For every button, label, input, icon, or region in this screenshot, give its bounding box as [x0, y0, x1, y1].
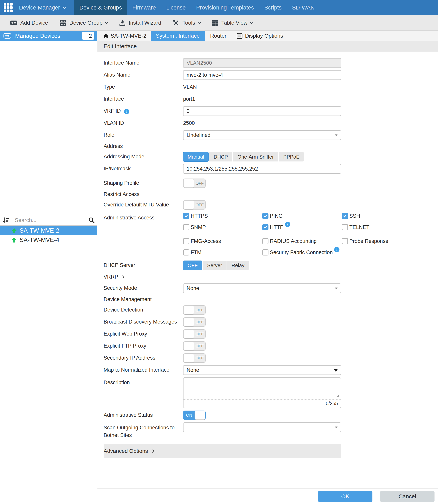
nav-tab-sdwan[interactable]: SD-WAN [287, 0, 320, 15]
checkbox-ping[interactable]: PING [262, 213, 342, 219]
fortimanager-app: Device Manager Device & Groups Firmware … [0, 0, 438, 504]
addressing-mode-dhcp[interactable]: DHCP [209, 152, 232, 161]
shaping-profile-toggle[interactable]: OFF [183, 179, 206, 188]
managed-devices-label: Managed Devices [15, 33, 60, 39]
checkbox-fmg-access[interactable]: FMG-Access [183, 238, 262, 244]
dhcp-server-relay[interactable]: Relay [227, 261, 249, 270]
nav-tab-provisioning-templates[interactable]: Provisioning Templates [191, 0, 259, 15]
device-row-sa-tw-mve-2[interactable]: SA-TW-MVE-2 [0, 226, 97, 235]
alias-name-field[interactable] [183, 70, 341, 80]
nav-tab-firmware[interactable]: Firmware [127, 0, 161, 15]
device-row-sa-tw-mve-4[interactable]: SA-TW-MVE-4 [0, 235, 97, 245]
display-options-button[interactable]: Display Options [232, 31, 288, 41]
device-sidebar: Managed Devices 2 [0, 31, 97, 504]
info-icon[interactable]: i [334, 247, 339, 252]
description-field[interactable] [184, 378, 341, 399]
override-mtu-toggle[interactable]: OFF [183, 200, 206, 210]
addressing-mode-one-arm-sniffer[interactable]: One-Arm Sniffer [233, 152, 278, 161]
install-wizard-button[interactable]: Install Wizard [119, 20, 161, 26]
nav-tab-device-groups[interactable]: Device & Groups [74, 0, 127, 15]
nav-tab-license[interactable]: License [161, 0, 191, 15]
device-name: SA-TW-MVE-2 [20, 227, 59, 234]
security-mode-select[interactable] [183, 283, 341, 293]
checkbox-probe-response[interactable]: Probe Response [342, 238, 431, 244]
admin-access-grid: HTTPS PING SSH [183, 213, 431, 256]
ok-button[interactable]: OK [318, 491, 372, 502]
checkbox-security-fabric-connection[interactable]: Security Fabric Connection i [262, 249, 342, 256]
type-value: VLAN [183, 84, 341, 90]
tools-menu[interactable]: Tools [173, 19, 200, 26]
vlan-id-label: VLAN ID [104, 119, 183, 127]
tab-router[interactable]: Router [205, 31, 232, 41]
table-view-icon [212, 20, 219, 26]
checkbox-http[interactable]: HTTP i [262, 224, 342, 230]
edit-interface-form: Interface Name Alias Name Type VLAN Inte… [97, 52, 438, 458]
advanced-options-expander[interactable]: Advanced Options [104, 444, 341, 458]
dhcp-server-off[interactable]: OFF [183, 261, 202, 270]
vrrp-label: VRRP [104, 274, 118, 280]
device-count-badge: 2 [82, 32, 94, 40]
admin-access-label: Administrative Access [104, 213, 183, 222]
ip-netmask-field[interactable] [183, 164, 341, 174]
secondary-ip-toggle[interactable]: OFF [183, 353, 206, 363]
form-footer: OK Cancel [97, 489, 438, 504]
table-view-menu[interactable]: Table View [212, 20, 253, 26]
home-icon [103, 33, 109, 39]
vrf-id-field[interactable] [183, 106, 341, 116]
addressing-mode-pppoe[interactable]: PPPoE [279, 152, 304, 161]
checkbox-ssh[interactable]: SSH [342, 213, 431, 219]
addressing-mode-manual[interactable]: Manual [183, 152, 208, 161]
info-icon[interactable]: i [124, 109, 129, 114]
resize-handle[interactable] [336, 392, 339, 398]
device-group-menu[interactable]: Device Group [59, 20, 108, 26]
managed-devices-header[interactable]: Managed Devices 2 [0, 31, 97, 41]
cancel-button[interactable]: Cancel [380, 491, 435, 502]
info-icon[interactable]: i [285, 222, 290, 227]
explicit-web-proxy-label: Explicit Web Proxy [104, 330, 183, 338]
security-mode-label: Security Mode [104, 284, 183, 292]
checkbox-ftm[interactable]: FTM [183, 249, 262, 256]
device-detection-toggle[interactable]: OFF [183, 305, 206, 315]
chevron-down-icon [197, 20, 201, 24]
device-group-icon [59, 20, 66, 26]
managed-devices-icon [3, 33, 11, 39]
nav-tab-scripts[interactable]: Scripts [259, 0, 287, 15]
interface-name-label: Interface Name [104, 59, 183, 67]
sort-icon [2, 217, 9, 223]
breadcrumb-device[interactable]: SA-TW-MVE-2 [97, 31, 151, 41]
top-navigation: Device Manager Device & Groups Firmware … [0, 0, 438, 15]
checkbox-radius-accounting[interactable]: RADIUS Accounting [262, 238, 342, 244]
device-manager-label: Device Manager [19, 4, 60, 11]
search-input[interactable] [12, 217, 88, 223]
broadcast-discovery-toggle[interactable]: OFF [183, 317, 206, 327]
device-manager-menu[interactable]: Device Manager [13, 0, 74, 15]
chevron-down-icon [250, 20, 253, 24]
vrrp-expander[interactable]: VRRP [104, 273, 438, 281]
device-badge-icon [10, 20, 17, 26]
restrict-access-section-label: Restrict Access [104, 190, 438, 198]
dhcp-server-label: DHCP Server [104, 261, 183, 269]
search-icon[interactable] [88, 217, 97, 223]
interface-name-field[interactable] [183, 58, 341, 68]
checkbox-https[interactable]: HTTPS [183, 213, 262, 219]
checkbox-snmp[interactable]: SNMP [183, 224, 262, 230]
chevron-down-icon [335, 288, 338, 289]
interface-label: Interface [104, 95, 183, 103]
chevron-right-icon [121, 275, 125, 279]
tab-system-interface[interactable]: System : Interface [151, 31, 205, 41]
scan-botnet-select[interactable] [183, 422, 341, 432]
vrf-id-label: VRF ID i [104, 107, 183, 115]
interface-value: port1 [183, 96, 341, 102]
explicit-web-proxy-toggle[interactable]: OFF [183, 329, 206, 339]
admin-status-toggle[interactable]: ON [183, 411, 206, 420]
sort-button[interactable] [0, 215, 12, 225]
role-select[interactable] [183, 130, 341, 140]
dhcp-server-server[interactable]: Server [203, 261, 227, 270]
explicit-ftp-proxy-toggle[interactable]: OFF [183, 341, 206, 351]
app-grid-icon[interactable] [3, 2, 13, 13]
map-normalized-select[interactable] [183, 365, 341, 375]
edit-interface-titlebar: Edit Interface [97, 41, 438, 52]
checkbox-telnet[interactable]: TELNET [342, 224, 431, 230]
override-mtu-label: Override Default MTU Value [104, 201, 183, 209]
add-device-button[interactable]: Add Device [10, 20, 48, 26]
